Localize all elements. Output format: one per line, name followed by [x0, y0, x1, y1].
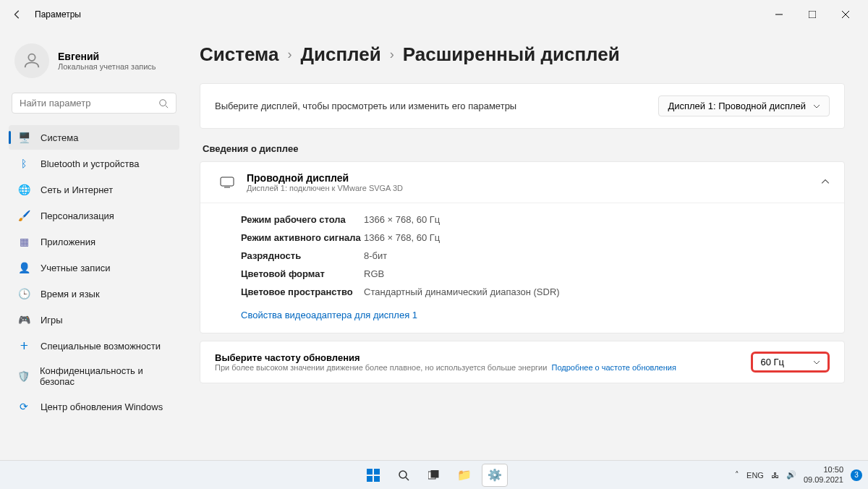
gear-icon: ⚙️	[488, 468, 502, 482]
nav-icon: ▦	[17, 235, 30, 248]
detail-label: Режим активного сигнала	[241, 232, 364, 243]
chevron-right-icon: ›	[287, 47, 292, 62]
display-dropdown-value: Дисплей 1: Проводной дисплей	[668, 101, 806, 111]
search-input[interactable]	[20, 98, 158, 109]
svg-rect-10	[374, 469, 380, 475]
nav-item[interactable]: ⵜСпециальные возможности	[9, 333, 179, 358]
breadcrumb-system[interactable]: Система	[200, 43, 278, 66]
nav-label: Приложения	[41, 237, 95, 247]
language-indicator[interactable]: ENG	[746, 471, 764, 480]
nav-label: Игры	[41, 315, 63, 326]
nav-icon: 🎮	[17, 313, 30, 326]
nav-label: Система	[41, 132, 78, 143]
detail-value: 1366 × 768, 60 Гц	[364, 214, 440, 225]
nav-item[interactable]: 🎮Игры	[9, 307, 179, 332]
breadcrumb-advanced: Расширенный дисплей	[403, 43, 620, 66]
breadcrumb: Система › Дисплей › Расширенный дисплей	[200, 43, 845, 66]
volume-icon[interactable]: 🔊	[786, 470, 796, 480]
nav-item[interactable]: 🖥️Система	[9, 125, 179, 150]
folder-icon: 📁	[457, 468, 472, 482]
refresh-rate-title: Выберите частоту обновления	[215, 352, 751, 363]
chevron-up-icon	[821, 176, 830, 189]
minimize-icon	[775, 11, 783, 18]
refresh-rate-dropdown[interactable]: 60 Гц	[751, 352, 830, 373]
user-name: Евгений	[58, 51, 156, 62]
maximize-button[interactable]	[796, 3, 829, 26]
nav-item[interactable]: ▦Приложения	[9, 229, 179, 254]
adapter-properties-link[interactable]: Свойства видеоадаптера для дисплея 1	[241, 310, 417, 320]
nav-icon: 👤	[17, 261, 30, 274]
nav-label: Центр обновления Windows	[41, 401, 163, 412]
nav-icon: 🌐	[17, 183, 30, 196]
close-button[interactable]	[829, 3, 862, 26]
task-view-button[interactable]	[421, 464, 447, 487]
nav-item[interactable]: 🛡️Конфиденциальность и безопас	[9, 360, 179, 393]
svg-point-5	[160, 99, 166, 106]
detail-row: Разрядность8-бит	[200, 247, 844, 265]
taskbar-right: ˄ ENG 🖧 🔊 10:50 09.09.2021 3	[735, 465, 868, 484]
svg-point-13	[399, 471, 407, 478]
tray-chevron-icon[interactable]: ˄	[735, 470, 739, 480]
search-box[interactable]	[12, 93, 176, 114]
user-icon	[22, 51, 42, 71]
nav-label: Специальные возможности	[41, 341, 161, 352]
refresh-rate-link[interactable]: Подробнее о частоте обновления	[551, 363, 676, 372]
nav-item[interactable]: 🌐Сеть и Интернет	[9, 177, 179, 202]
user-subtitle: Локальная учетная запись	[58, 62, 156, 71]
back-button[interactable]	[6, 3, 29, 26]
detail-label: Цветовой формат	[241, 268, 364, 279]
date: 09.09.2021	[804, 475, 843, 485]
notification-badge[interactable]: 3	[851, 469, 862, 481]
svg-rect-16	[431, 470, 438, 477]
display-dropdown[interactable]: Дисплей 1: Проводной дисплей	[658, 95, 830, 116]
window-controls	[762, 3, 862, 26]
taskbar-center: 📁 ⚙️	[360, 464, 508, 487]
settings-button[interactable]: ⚙️	[482, 464, 508, 487]
user-block[interactable]: Евгений Локальная учетная запись	[9, 35, 179, 93]
chevron-down-icon	[813, 103, 820, 110]
clock[interactable]: 10:50 09.09.2021	[804, 465, 843, 484]
display-info-title: Проводной дисплей	[247, 172, 403, 184]
nav: 🖥️СистемаᛒBluetooth и устройства🌐Сеть и …	[9, 125, 179, 419]
nav-item[interactable]: 🕒Время и язык	[9, 281, 179, 306]
nav-item[interactable]: 🖌️Персонализация	[9, 203, 179, 228]
nav-icon: 🛡️	[17, 370, 30, 383]
detail-value: Стандартный динамический диапазон (SDR)	[364, 286, 560, 297]
window-title: Параметры	[35, 9, 81, 20]
display-info-header[interactable]: Проводной дисплей Дисплей 1: подключен к…	[200, 162, 844, 203]
detail-row: Цветовой форматRGB	[200, 265, 844, 283]
display-info-subtitle: Дисплей 1: подключен к VMware SVGA 3D	[247, 184, 403, 192]
svg-rect-12	[374, 476, 380, 482]
nav-item[interactable]: ⟳Центр обновления Windows	[9, 394, 179, 419]
maximize-icon	[809, 11, 816, 18]
chevron-down-icon	[813, 359, 820, 366]
select-display-card: Выберите дисплей, чтобы просмотреть или …	[200, 83, 845, 129]
detail-label: Режим рабочего стола	[241, 214, 364, 225]
nav-item[interactable]: 👤Учетные записи	[9, 255, 179, 280]
svg-rect-11	[367, 476, 373, 482]
nav-item[interactable]: ᛒBluetooth и устройства	[9, 151, 179, 176]
detail-label: Разрядность	[241, 250, 364, 261]
minimize-button[interactable]	[762, 3, 796, 26]
refresh-rate-card: Выберите частоту обновления При более вы…	[200, 341, 845, 383]
nav-icon: 🖌️	[17, 209, 30, 222]
back-arrow-icon	[12, 9, 22, 20]
start-button[interactable]	[360, 464, 386, 487]
detail-row: Режим активного сигнала1366 × 768, 60 Гц	[200, 229, 844, 247]
search-button[interactable]	[391, 464, 417, 487]
nav-icon: ⵜ	[17, 339, 30, 352]
time: 10:50	[804, 465, 843, 475]
nav-label: Конфиденциальность и безопас	[40, 365, 171, 387]
windows-icon	[367, 469, 380, 482]
breadcrumb-display[interactable]: Дисплей	[300, 43, 380, 66]
svg-line-6	[166, 105, 169, 108]
detail-value: 8-бит	[364, 250, 387, 261]
monitor-icon	[215, 177, 239, 188]
taskbar: 📁 ⚙️ ˄ ENG 🖧 🔊 10:50 09.09.2021 3	[0, 460, 868, 489]
nav-label: Сеть и Интернет	[41, 184, 113, 195]
detail-value: RGB	[364, 268, 384, 279]
network-icon[interactable]: 🖧	[771, 471, 779, 480]
nav-label: Учетные записи	[41, 263, 110, 273]
select-display-text: Выберите дисплей, чтобы просмотреть или …	[215, 101, 658, 111]
explorer-button[interactable]: 📁	[451, 464, 477, 487]
